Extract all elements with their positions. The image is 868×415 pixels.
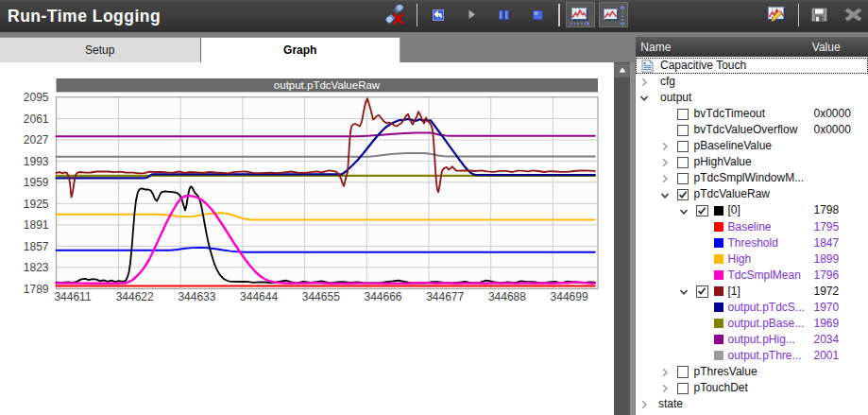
svg-text:344644: 344644 [240, 290, 278, 303]
svg-text:1823: 1823 [24, 261, 49, 274]
svg-text:1789: 1789 [24, 283, 49, 296]
svg-text:344677: 344677 [426, 290, 464, 303]
svg-text:1857: 1857 [24, 240, 49, 253]
svg-text:344633: 344633 [178, 290, 215, 303]
svg-text:2095: 2095 [24, 91, 49, 104]
svg-text:1925: 1925 [24, 198, 49, 211]
svg-text:2027: 2027 [24, 133, 49, 147]
svg-text:344655: 344655 [302, 290, 340, 303]
svg-text:2061: 2061 [24, 112, 49, 126]
svg-text:344622: 344622 [116, 290, 154, 303]
svg-text:1959: 1959 [24, 176, 49, 189]
svg-text:344699: 344699 [551, 290, 588, 303]
svg-text:output.pTdcValueRaw: output.pTdcValueRaw [274, 79, 381, 91]
svg-text:344688: 344688 [488, 290, 526, 303]
svg-text:1993: 1993 [24, 155, 49, 168]
svg-text:344666: 344666 [364, 290, 401, 303]
svg-text:1891: 1891 [24, 218, 49, 232]
svg-text:344611: 344611 [54, 290, 91, 303]
